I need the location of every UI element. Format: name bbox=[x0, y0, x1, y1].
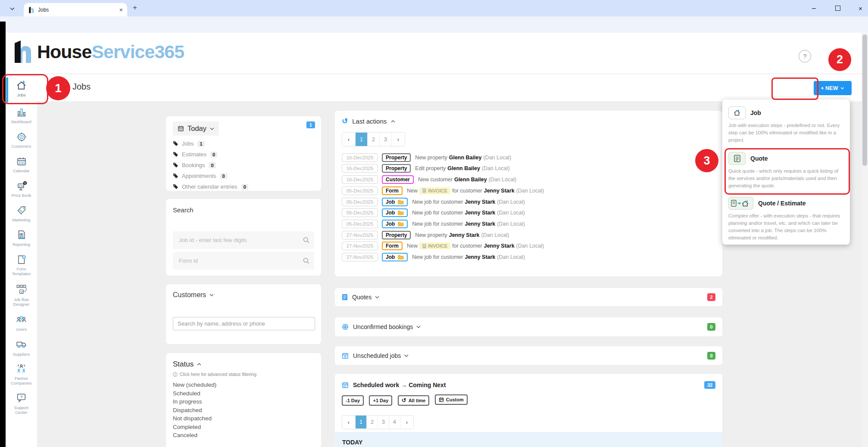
pager-page[interactable]: 4 bbox=[389, 416, 400, 428]
app-logo[interactable]: HouseService365 bbox=[11, 40, 184, 64]
browser-tabstrip: Jobs × + – × bbox=[0, 0, 868, 16]
search-icon[interactable] bbox=[303, 237, 309, 243]
status-heading[interactable]: Status bbox=[173, 360, 314, 369]
status-option[interactable]: Canceled bbox=[173, 431, 314, 440]
pager-page[interactable]: 1 bbox=[356, 416, 367, 428]
all-time-button[interactable]: ↺All time bbox=[398, 395, 430, 406]
new-tab-button[interactable]: + bbox=[133, 3, 137, 12]
menu-item-quote-estimate[interactable]: Quote / Estimate Complex offer - with ex… bbox=[728, 197, 844, 242]
customers-heading[interactable]: Customers bbox=[173, 291, 314, 299]
last-action-row[interactable]: 27-Nov2025 Property New propertyJenny St… bbox=[342, 230, 715, 240]
new-button[interactable]: + NEW bbox=[814, 81, 852, 95]
today-item-other-entries[interactable]: Other calendar entries0 bbox=[173, 183, 314, 190]
action-type-chip: Form bbox=[382, 242, 403, 250]
pager-page[interactable]: 3 bbox=[378, 416, 389, 428]
pager-page[interactable]: 2 bbox=[367, 416, 378, 428]
custom-range-button[interactable]: Custom bbox=[435, 394, 468, 405]
minus-one-day-button[interactable]: -1 Day bbox=[342, 395, 364, 406]
job-id-search bbox=[173, 231, 314, 249]
scrollbar-thumb[interactable] bbox=[862, 34, 867, 166]
customers-target-icon bbox=[16, 131, 27, 143]
sidebar-item-job-flow-designer[interactable]: 1 2 3 Job flow Designer bbox=[6, 279, 37, 310]
status-option[interactable]: Dispatched bbox=[173, 406, 314, 415]
sidebar-label: Price Book bbox=[12, 193, 31, 198]
job-id-input[interactable] bbox=[173, 231, 314, 249]
last-actions-heading[interactable]: ↺ Last actions bbox=[342, 117, 715, 126]
sidebar-label: Dashboard bbox=[11, 119, 31, 124]
sidebar-item-calendar[interactable]: Calendar bbox=[6, 152, 37, 177]
tab-close-icon[interactable]: × bbox=[119, 6, 123, 13]
pager-prev[interactable]: ‹ bbox=[342, 416, 356, 429]
sidebar-label: Reporting bbox=[12, 242, 30, 247]
sidebar-item-price-book[interactable]: $10 Price Book bbox=[6, 177, 37, 201]
action-date-chip: 27-Nov2025 bbox=[342, 242, 378, 250]
today-item-bookings[interactable]: Bookings0 bbox=[173, 161, 314, 169]
form-id-input[interactable] bbox=[173, 252, 314, 270]
unconfirmed-bookings-section[interactable]: Unconfirmed bookings 0 bbox=[335, 317, 722, 336]
unscheduled-jobs-section[interactable]: Unscheduled jobs 0 bbox=[335, 346, 722, 365]
last-action-row[interactable]: 05-Dec2025 Job New job for customerJenny… bbox=[342, 197, 715, 207]
sidebar-item-users[interactable]: Users bbox=[6, 310, 37, 335]
action-type-chip: Job bbox=[382, 220, 408, 228]
browser-tab[interactable]: Jobs × bbox=[24, 3, 127, 16]
menu-item-job[interactable]: Job Job with execution steps - predefine… bbox=[728, 106, 844, 144]
pager-page[interactable]: 2 bbox=[368, 133, 380, 146]
last-action-row[interactable]: 16-Dec2025 Customer New customerGlenn Ba… bbox=[342, 175, 715, 184]
pager-next[interactable]: › bbox=[400, 416, 413, 429]
chevron-up-icon bbox=[391, 120, 395, 123]
action-type-chip: Job bbox=[382, 198, 408, 206]
calendar-icon bbox=[342, 382, 349, 388]
invoice-chip[interactable]: INVOICE bbox=[419, 242, 450, 249]
last-action-row[interactable]: 05-Dec2025 Job New job for customerJenny… bbox=[342, 208, 715, 217]
last-action-row[interactable]: 16-Dec2025 Property New propertyGlenn Ba… bbox=[342, 153, 715, 162]
today-dropdown[interactable]: Today bbox=[173, 121, 219, 136]
status-option[interactable]: Not dispatched bbox=[173, 414, 314, 423]
last-action-row[interactable]: 16-Dec2025 Property Edit propertyGlenn B… bbox=[342, 164, 715, 174]
search-icon[interactable] bbox=[303, 258, 309, 264]
today-item-jobs[interactable]: Jobs1 bbox=[173, 140, 314, 147]
sidebar-item-dashboard[interactable]: Dashboard bbox=[6, 103, 37, 127]
sidebar-item-partner-companies[interactable]: Partner Companies bbox=[6, 360, 37, 389]
sidebar-item-marketing[interactable]: % Marketing bbox=[6, 201, 37, 226]
help-button[interactable]: ? bbox=[799, 50, 811, 62]
quotes-section[interactable]: Quotes 2 bbox=[335, 288, 722, 306]
action-date-chip: 05-Dec2025 bbox=[342, 220, 378, 228]
advanced-status-link[interactable]: Click here for advanced status filtering bbox=[173, 372, 314, 377]
invoice-chip[interactable]: INVOICE bbox=[419, 187, 450, 194]
status-option[interactable]: Scheduled bbox=[173, 389, 314, 398]
pager-page[interactable]: 3 bbox=[380, 133, 392, 146]
status-option[interactable]: In progress bbox=[173, 397, 314, 406]
chevron-down-icon bbox=[210, 127, 214, 130]
window-minimize-button[interactable]: – bbox=[812, 0, 816, 16]
window-maximize-button[interactable] bbox=[835, 0, 840, 16]
sidebar-item-customers[interactable]: Customers bbox=[6, 127, 37, 152]
pager-prev[interactable]: ‹ bbox=[342, 133, 356, 146]
status-option[interactable]: New (scheduled) bbox=[173, 381, 314, 389]
action-text: NewINVOICEfor customerJenny Stark(Dan Lo… bbox=[407, 242, 544, 249]
action-type-chip: Property bbox=[382, 231, 411, 239]
folder-icon bbox=[397, 210, 404, 215]
status-option[interactable]: Completed bbox=[173, 423, 314, 431]
tag-icon bbox=[173, 152, 178, 157]
window-close-button[interactable]: × bbox=[859, 0, 862, 16]
calendar-icon bbox=[178, 125, 184, 132]
tag-icon bbox=[173, 184, 178, 189]
plus-one-day-button[interactable]: +1 Day bbox=[369, 395, 392, 406]
tab-search-button[interactable] bbox=[6, 4, 18, 13]
last-action-row[interactable]: 05-Dec2025 Job New job for customerJenny… bbox=[342, 219, 715, 229]
pager-page[interactable]: 1 bbox=[356, 133, 368, 146]
job-flow-designer-icon: 1 2 3 bbox=[16, 284, 28, 296]
svg-text:?: ? bbox=[20, 395, 23, 399]
last-action-row[interactable]: 27-Nov2025 Form NewINVOICEfor customerJe… bbox=[342, 242, 715, 251]
sidebar-item-reporting[interactable]: CSV Reporting bbox=[6, 226, 37, 250]
sidebar-item-form-templates[interactable]: Form Templates bbox=[6, 250, 37, 279]
sidebar-item-support-center[interactable]: ? Support Center bbox=[6, 389, 37, 418]
today-item-estimates[interactable]: Estimates0 bbox=[173, 151, 314, 158]
customer-search-input[interactable] bbox=[173, 317, 315, 330]
today-item-appointments[interactable]: Appointments0 bbox=[173, 172, 314, 180]
pager-next[interactable]: › bbox=[392, 133, 405, 146]
chevron-down-icon bbox=[416, 326, 421, 328]
sidebar-item-suppliers[interactable]: Suppliers bbox=[6, 335, 37, 360]
last-action-row[interactable]: 05-Dec2025 Form NewINVOICEfor customerJe… bbox=[342, 186, 715, 196]
last-action-row[interactable]: 27-Nov2025 Job New job for customerJenny… bbox=[342, 252, 715, 262]
